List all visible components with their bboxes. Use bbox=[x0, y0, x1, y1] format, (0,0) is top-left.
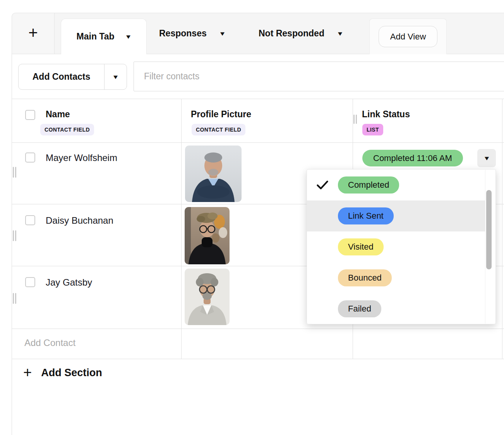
plus-icon: + bbox=[23, 365, 32, 380]
drag-handle-icon[interactable] bbox=[13, 230, 16, 241]
contacts-table-screen: + Main Tab ▼ Responses ▼ Not Responded ▼… bbox=[0, 0, 504, 435]
page-left-border bbox=[12, 54, 12, 435]
status-option-completed[interactable]: Completed bbox=[307, 170, 485, 200]
drag-handle-icon[interactable] bbox=[353, 115, 357, 124]
tab-label: Not Responded bbox=[259, 28, 324, 39]
table-border bbox=[12, 99, 504, 99]
row-checkbox[interactable] bbox=[25, 152, 35, 163]
status-pill: Visited bbox=[338, 238, 384, 255]
add-tab-button[interactable]: + bbox=[12, 13, 55, 54]
status-pill: Failed bbox=[338, 300, 381, 317]
check-icon bbox=[316, 180, 338, 190]
add-view-button[interactable]: Add View bbox=[379, 26, 437, 47]
status-option-bounced[interactable]: Bounced bbox=[307, 262, 485, 293]
tab-main-tab[interactable]: Main Tab ▼ bbox=[61, 19, 147, 54]
caret-down-icon[interactable]: ▼ bbox=[219, 31, 226, 36]
profile-photo-cell[interactable] bbox=[185, 269, 230, 325]
status-option-visited[interactable]: Visited bbox=[307, 231, 485, 262]
profile-photo-cell[interactable] bbox=[185, 146, 242, 202]
status-pill: Completed bbox=[338, 176, 399, 194]
avatar-man-light-plaid-suit bbox=[185, 269, 230, 325]
column-type-badge: LIST bbox=[362, 124, 383, 135]
row-divider bbox=[12, 329, 504, 329]
link-status-dropdown-menu: Completed Link Sent Visited Bounced Fail… bbox=[307, 169, 496, 324]
column-type-badge: CONTACT FIELD bbox=[40, 124, 94, 135]
column-header-name[interactable]: Name bbox=[46, 109, 70, 120]
caret-down-icon[interactable]: ▼ bbox=[125, 34, 132, 39]
caret-down-icon[interactable]: ▼ bbox=[336, 31, 344, 36]
drag-handle-icon[interactable] bbox=[13, 167, 16, 178]
column-header-profile-picture[interactable]: Profile Picture bbox=[191, 109, 251, 120]
drag-handle-icon[interactable] bbox=[13, 293, 16, 304]
column-header-link-status[interactable]: Link Status bbox=[362, 109, 410, 120]
select-all-checkbox[interactable] bbox=[25, 110, 35, 120]
profile-photo-cell[interactable] bbox=[185, 207, 230, 264]
table-bottom-border bbox=[12, 359, 504, 359]
add-section-label: Add Section bbox=[41, 367, 102, 379]
tab-bar: + Main Tab ▼ Responses ▼ Not Responded ▼… bbox=[12, 13, 504, 54]
column-divider[interactable] bbox=[181, 99, 182, 359]
contact-name-cell[interactable]: Daisy Buchanan bbox=[46, 215, 113, 226]
link-status-pill[interactable]: Completed 11:06 AM bbox=[362, 150, 463, 166]
row-divider bbox=[12, 142, 504, 143]
filter-contacts-input[interactable] bbox=[134, 62, 504, 91]
add-contact-row[interactable]: Add Contact bbox=[24, 337, 75, 348]
scrollbar-track bbox=[485, 170, 485, 324]
avatar-woman-black-turtleneck bbox=[185, 207, 230, 264]
tab-label: Main Tab bbox=[77, 31, 115, 42]
caret-down-icon: ▼ bbox=[483, 155, 490, 161]
status-option-link-sent[interactable]: Link Sent bbox=[307, 200, 485, 231]
caret-down-icon: ▼ bbox=[112, 74, 119, 80]
tab-responses[interactable]: Responses ▼ bbox=[159, 13, 225, 54]
status-option-failed[interactable]: Failed bbox=[307, 293, 485, 324]
add-contacts-label: Add Contacts bbox=[19, 64, 104, 89]
add-view-panel: Add View bbox=[369, 19, 447, 54]
add-contacts-button[interactable]: Add Contacts ▼ bbox=[18, 64, 127, 90]
tab-label: Responses bbox=[159, 28, 207, 39]
plus-icon: + bbox=[28, 25, 38, 41]
row-checkbox[interactable] bbox=[25, 277, 35, 287]
tab-not-responded[interactable]: Not Responded ▼ bbox=[259, 13, 343, 54]
link-status-dropdown-button[interactable]: ▼ bbox=[477, 149, 496, 167]
row-checkbox[interactable] bbox=[25, 215, 35, 225]
column-type-badge: CONTACT FIELD bbox=[192, 124, 245, 135]
add-section-button[interactable]: + Add Section bbox=[23, 366, 102, 380]
column-divider bbox=[502, 99, 502, 359]
add-contacts-menu-button[interactable]: ▼ bbox=[105, 64, 127, 89]
contact-name-cell[interactable]: Mayer Wolfsheim bbox=[46, 152, 117, 163]
contact-name-cell[interactable]: Jay Gatsby bbox=[46, 277, 92, 288]
scrollbar-thumb[interactable] bbox=[486, 190, 492, 269]
status-pill: Link Sent bbox=[338, 207, 394, 224]
avatar-man-navy-suit bbox=[185, 146, 242, 202]
status-pill: Bounced bbox=[338, 269, 392, 286]
